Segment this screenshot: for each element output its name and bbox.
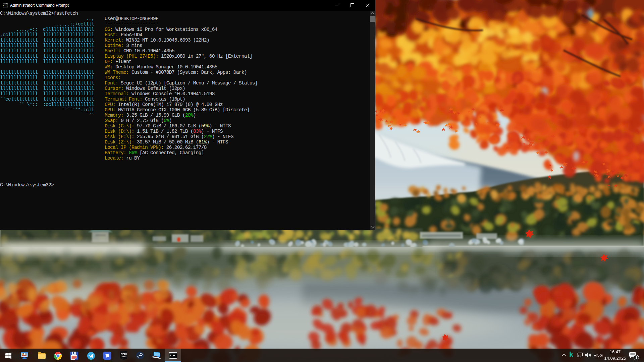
svg-text:EPIC: EPIC bbox=[121, 353, 127, 356]
svg-text:c:\: c:\ bbox=[3, 4, 7, 7]
svg-text:GAMES: GAMES bbox=[121, 356, 127, 358]
svg-text:C:\: C:\ bbox=[170, 354, 174, 356]
svg-text:51: 51 bbox=[75, 358, 77, 360]
